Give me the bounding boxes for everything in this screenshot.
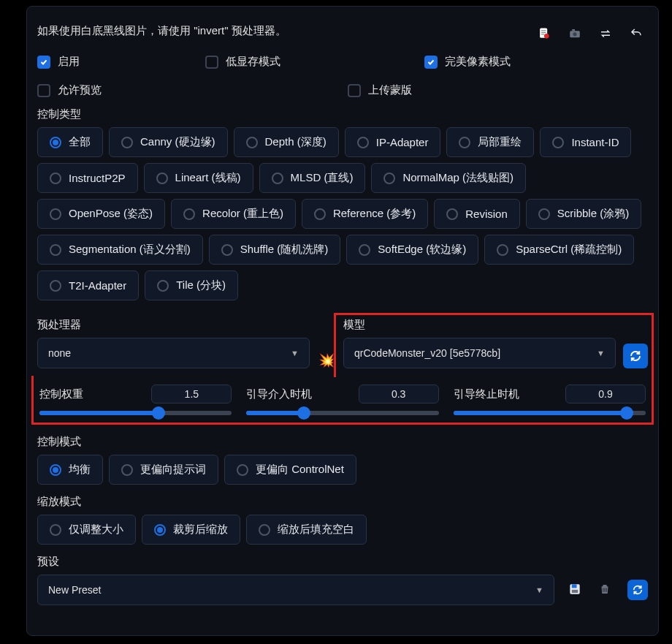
checkbox-pixel-perfect[interactable] — [424, 56, 438, 69]
control-type-option-label: MLSD (直线) — [291, 171, 354, 185]
radio-dot — [552, 137, 564, 148]
doc-icon[interactable] — [537, 27, 551, 40]
resize-mode-label: 缩放模式 — [37, 495, 648, 509]
radio-dot — [183, 208, 195, 220]
camera-icon[interactable] — [568, 27, 582, 40]
end-label: 引导终止时机 — [454, 387, 519, 401]
control-type-option-16[interactable]: Shuffle (随机洗牌) — [209, 235, 341, 265]
checkbox-enable[interactable] — [37, 56, 50, 69]
control-type-option-label: IP-Adapter — [376, 136, 429, 148]
radio-dot — [538, 208, 550, 220]
end-value[interactable]: 0.9 — [565, 384, 646, 404]
chevron-down-icon: ▼ — [597, 349, 605, 357]
check-lowvram[interactable]: 低显存模式 — [205, 55, 417, 69]
radio-dot — [359, 244, 370, 256]
trash-icon[interactable] — [598, 582, 611, 599]
control-type-option-label: Lineart (线稿) — [175, 171, 241, 185]
radio-dot — [221, 244, 233, 256]
svg-point-1 — [544, 34, 549, 39]
checkbox-lowvram[interactable] — [205, 56, 218, 69]
control-type-option-17[interactable]: SoftEdge (软边缘) — [346, 235, 478, 265]
chevron-down-icon: ▼ — [291, 349, 299, 357]
control-mode-option-2[interactable]: 更偏向 ControlNet — [224, 455, 356, 485]
control-type-option-label: Recolor (重上色) — [202, 207, 283, 221]
control-type-option-18[interactable]: SparseCtrl (稀疏控制) — [484, 235, 634, 265]
control-type-option-10[interactable]: OpenPose (姿态) — [37, 199, 165, 229]
control-type-option-6[interactable]: InstructP2P — [37, 163, 138, 193]
check-allow-preview[interactable]: 允许预览 — [37, 83, 340, 97]
control-type-option-5[interactable]: Instant-ID — [540, 127, 631, 157]
explosion-icon[interactable]: 💥 — [317, 352, 336, 368]
resize-mode-option-0[interactable]: 仅调整大小 — [37, 515, 136, 545]
model-select[interactable]: qrCodeMonster_v20 [5e5778cb] ▼ — [343, 338, 616, 368]
resize-mode-radios: 仅调整大小裁剪后缩放缩放后填充空白 — [37, 515, 648, 545]
control-type-option-7[interactable]: Lineart (线稿) — [144, 163, 253, 193]
control-type-option-14[interactable]: Scribble (涂鸦) — [526, 199, 641, 229]
control-type-option-0[interactable]: 全部 — [37, 127, 103, 157]
control-type-option-label: 局部重绘 — [478, 135, 522, 149]
check-pixel-perfect[interactable]: 完美像素模式 — [424, 55, 511, 69]
check-row-2: 允许预览 上传蒙版 — [37, 83, 648, 97]
control-type-option-3[interactable]: IP-Adapter — [345, 127, 441, 157]
control-type-option-13[interactable]: Revision — [434, 199, 520, 229]
control-mode-option-0[interactable]: 均衡 — [37, 455, 103, 485]
control-type-option-label: 全部 — [69, 135, 91, 149]
refresh-preset-button[interactable] — [627, 580, 648, 600]
check-upload-mask[interactable]: 上传蒙版 — [348, 83, 412, 97]
preset-row: New Preset ▼ — [37, 575, 648, 605]
control-type-option-label: Segmentation (语义分割) — [69, 243, 191, 257]
checkbox-allow-preview[interactable] — [37, 84, 50, 97]
weight-value[interactable]: 1.5 — [151, 384, 232, 404]
hint-text: 如果使用白底黑线图片，请使用 "invert" 预处理器。 — [37, 24, 286, 38]
check-enable[interactable]: 启用 — [37, 55, 198, 69]
resize-mode-option-1[interactable]: 裁剪后缩放 — [142, 515, 240, 545]
resize-mode-option-label: 缩放后填充空白 — [278, 523, 354, 537]
control-mode-option-label: 均衡 — [69, 463, 91, 477]
control-type-option-9[interactable]: NormalMap (法线贴图) — [371, 163, 526, 193]
control-type-option-8[interactable]: MLSD (直线) — [259, 163, 366, 193]
radio-dot — [50, 464, 61, 476]
control-type-option-label: Shuffle (随机洗牌) — [240, 243, 329, 257]
control-type-option-19[interactable]: T2I-Adapter — [37, 270, 139, 300]
preprocessor-value: none — [48, 347, 71, 359]
swap-icon[interactable] — [598, 27, 613, 40]
svg-rect-4 — [572, 29, 575, 31]
control-mode-option-label: 更偏向 ControlNet — [256, 463, 344, 477]
refresh-model-button[interactable] — [623, 344, 648, 368]
checkbox-upload-mask[interactable] — [348, 84, 361, 97]
control-type-option-2[interactable]: Depth (深度) — [234, 127, 339, 157]
control-type-option-label: Depth (深度) — [265, 135, 327, 149]
check-row-1: 启用 低显存模式 完美像素模式 — [37, 55, 648, 69]
check-pixel-perfect-label: 完美像素模式 — [445, 55, 511, 69]
control-mode-option-label: 更偏向提示词 — [140, 463, 206, 477]
weight-slider[interactable] — [39, 411, 232, 415]
slider-weight: 控制权重 1.5 — [39, 384, 232, 415]
start-value[interactable]: 0.3 — [359, 384, 439, 404]
control-type-option-11[interactable]: Recolor (重上色) — [171, 199, 296, 229]
control-type-option-4[interactable]: 局部重绘 — [446, 127, 534, 157]
slider-start: 引导介入时机 0.3 — [246, 384, 438, 415]
preprocessor-col: none ▼ — [37, 338, 310, 368]
controlnet-panel: 如果使用白底黑线图片，请使用 "invert" 预处理器。 启用 低显存模式 — [26, 6, 659, 636]
slider-highlight: 控制权重 1.5 引导介入时机 0.3 — [31, 376, 654, 425]
control-mode-option-1[interactable]: 更偏向提示词 — [109, 455, 218, 485]
undo-icon[interactable] — [629, 27, 644, 40]
control-type-option-label: InstructP2P — [69, 172, 126, 184]
radio-dot — [459, 137, 470, 148]
control-type-option-15[interactable]: Segmentation (语义分割) — [37, 235, 203, 265]
preset-select[interactable]: New Preset ▼ — [37, 575, 554, 605]
resize-mode-option-2[interactable]: 缩放后填充空白 — [246, 515, 367, 545]
control-type-option-12[interactable]: Reference (参考) — [302, 199, 428, 229]
control-type-option-1[interactable]: Canny (硬边缘) — [109, 127, 228, 157]
control-type-option-label: NormalMap (法线贴图) — [402, 171, 513, 185]
radio-dot — [357, 137, 369, 148]
control-type-option-20[interactable]: Tile (分块) — [145, 270, 238, 300]
start-slider[interactable] — [246, 411, 438, 415]
slider-row: 控制权重 1.5 引导介入时机 0.3 — [39, 384, 646, 415]
radio-dot — [272, 173, 283, 184]
radio-dot — [121, 464, 133, 476]
preprocessor-select[interactable]: none ▼ — [37, 338, 310, 368]
end-slider[interactable] — [454, 411, 646, 415]
save-icon[interactable] — [568, 582, 582, 599]
radio-dot — [50, 244, 61, 256]
